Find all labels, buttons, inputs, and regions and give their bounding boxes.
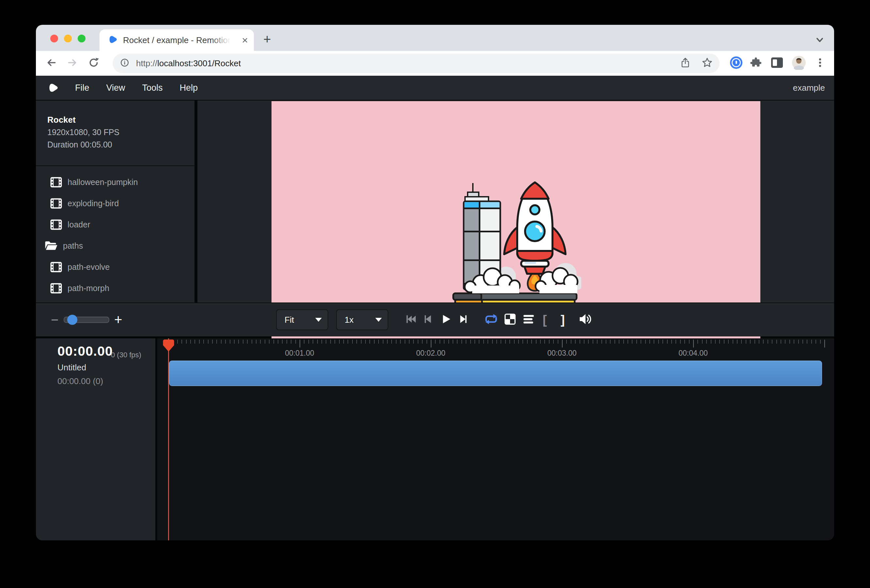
- main-area: Rocket 1920x1080, 30 FPS Duration 00:05.…: [36, 101, 834, 302]
- onepassword-extension-icon[interactable]: [730, 56, 743, 70]
- ruler-tick: [794, 340, 794, 344]
- sidebar-item-path-evolve[interactable]: path-evolve: [36, 256, 195, 278]
- ruler-tick: [496, 340, 497, 344]
- size-select[interactable]: Fit: [276, 309, 328, 330]
- ruler-tick: [562, 340, 563, 347]
- ruler-tick: [650, 340, 650, 344]
- menu-view[interactable]: View: [106, 83, 125, 93]
- ruler-tick: [396, 340, 396, 344]
- ruler-tick: [282, 340, 283, 344]
- side-panel-icon[interactable]: [771, 57, 783, 70]
- ruler-tick: [741, 340, 742, 344]
- ruler-tick: [527, 340, 528, 344]
- minimize-window-button[interactable]: [64, 34, 72, 42]
- next-frame-button[interactable]: [458, 314, 469, 326]
- ruler-tick: [623, 340, 624, 344]
- ruler-tick: [457, 340, 457, 344]
- reload-button[interactable]: [88, 57, 99, 70]
- ruler-tick: [448, 340, 449, 344]
- sidebar-item-paths[interactable]: paths: [36, 235, 195, 256]
- remotion-logo-icon[interactable]: [48, 83, 58, 93]
- url-bar[interactable]: http://localhost:3001/Rocket: [113, 54, 720, 73]
- browser-menu-dots-icon[interactable]: [815, 57, 825, 70]
- ruler-tick: [356, 340, 357, 344]
- ruler-tick: [693, 340, 694, 347]
- ruler-tick: [308, 340, 309, 344]
- in-point-button[interactable]: [: [543, 314, 547, 326]
- forward-button[interactable]: [67, 57, 78, 70]
- new-tab-button[interactable]: +: [263, 32, 271, 47]
- timeline-track-area[interactable]: 00:01.0000:02.0000:03.0000:04.00: [157, 338, 834, 540]
- tab-strip: Rocket / example - Remotion Pl × +: [36, 25, 834, 51]
- ruler-tick: [759, 340, 759, 344]
- ruler-tick: [754, 340, 755, 344]
- sidebar-item-path-morph[interactable]: path-morph: [36, 278, 195, 299]
- menu-tools[interactable]: Tools: [142, 83, 163, 93]
- extensions-puzzle-icon[interactable]: [750, 57, 762, 70]
- project-name-label: example: [793, 83, 825, 93]
- sidebar-item-label: loader: [67, 220, 90, 229]
- ruler-tick: [531, 340, 532, 344]
- site-info-icon[interactable]: [120, 58, 130, 69]
- sidebar-item-label: exploding-bird: [67, 199, 119, 208]
- ruler-tick: [553, 340, 554, 344]
- skip-to-start-button[interactable]: [405, 314, 416, 326]
- sidebar-item-loader[interactable]: loader: [36, 214, 195, 235]
- ruler-tick: [260, 340, 261, 344]
- share-icon[interactable]: [681, 57, 690, 69]
- sidebar-item-gif[interactable]: gif: [36, 299, 195, 302]
- sidebar-item-label: halloween-pumpkin: [67, 177, 138, 187]
- ruler-tick: [470, 340, 471, 344]
- menu-file[interactable]: File: [75, 83, 89, 93]
- composition-info: Rocket 1920x1080, 30 FPS Duration 00:05.…: [47, 113, 119, 151]
- ruler-tick: [505, 340, 506, 344]
- url-text[interactable]: http://localhost:3001/Rocket: [136, 58, 241, 68]
- zoom-out-button[interactable]: −: [51, 313, 58, 327]
- back-button[interactable]: [46, 57, 57, 70]
- tab-search-chevron-icon[interactable]: [814, 37, 825, 46]
- sidebar-item-exploding-bird[interactable]: exploding-bird: [36, 193, 195, 214]
- zoom-in-button[interactable]: +: [114, 312, 122, 327]
- browser-tab[interactable]: Rocket / example - Remotion Pl ×: [100, 29, 254, 51]
- ruler-tick: [558, 340, 559, 344]
- volume-button[interactable]: [579, 313, 591, 326]
- ruler-tick: [265, 340, 265, 344]
- ruler-tick: [431, 340, 431, 347]
- ruler-tick: [418, 340, 419, 344]
- chevron-down-icon: [315, 318, 322, 322]
- speed-select[interactable]: 1x: [336, 309, 388, 330]
- ruler-tick: [619, 340, 620, 344]
- playhead-line: [168, 338, 169, 540]
- composition-resolution: 1920x1080, 30 FPS: [47, 126, 119, 138]
- ruler-tick: [483, 340, 484, 344]
- sidebar-item-halloween-pumpkin[interactable]: halloween-pumpkin: [36, 172, 195, 193]
- bookmark-star-icon[interactable]: [702, 57, 712, 69]
- playhead-handle[interactable]: [162, 339, 175, 353]
- tab-close-icon[interactable]: ×: [242, 35, 248, 45]
- previous-frame-button[interactable]: [422, 314, 434, 326]
- sidebar-item-label: path-morph: [67, 284, 109, 293]
- ruler-tick: [426, 340, 427, 344]
- close-window-button[interactable]: [50, 34, 58, 42]
- ruler-tick: [632, 340, 632, 344]
- ruler-tick: [252, 340, 252, 344]
- ruler-tick: [391, 340, 392, 344]
- ruler-tick: [335, 340, 335, 344]
- zoom-slider-knob[interactable]: [67, 315, 77, 325]
- loop-toggle[interactable]: [484, 314, 498, 326]
- timeline-sequence-bar[interactable]: [169, 360, 822, 386]
- menu-help[interactable]: Help: [180, 83, 198, 93]
- transparency-checkerboard-toggle[interactable]: [504, 313, 516, 326]
- ruler-label: 00:03.00: [547, 349, 577, 358]
- ruler-tick: [514, 340, 515, 344]
- ruler-tick: [641, 340, 641, 344]
- out-point-button[interactable]: ]: [561, 314, 565, 326]
- sidebar-divider: [36, 165, 195, 166]
- ruler-tick: [299, 340, 300, 347]
- profile-avatar[interactable]: [792, 55, 806, 71]
- ruler-tick: [225, 340, 226, 344]
- play-button[interactable]: [441, 314, 451, 326]
- timeline-rows-toggle[interactable]: [523, 314, 535, 326]
- ruler-tick: [330, 340, 331, 344]
- fullscreen-window-button[interactable]: [77, 34, 85, 42]
